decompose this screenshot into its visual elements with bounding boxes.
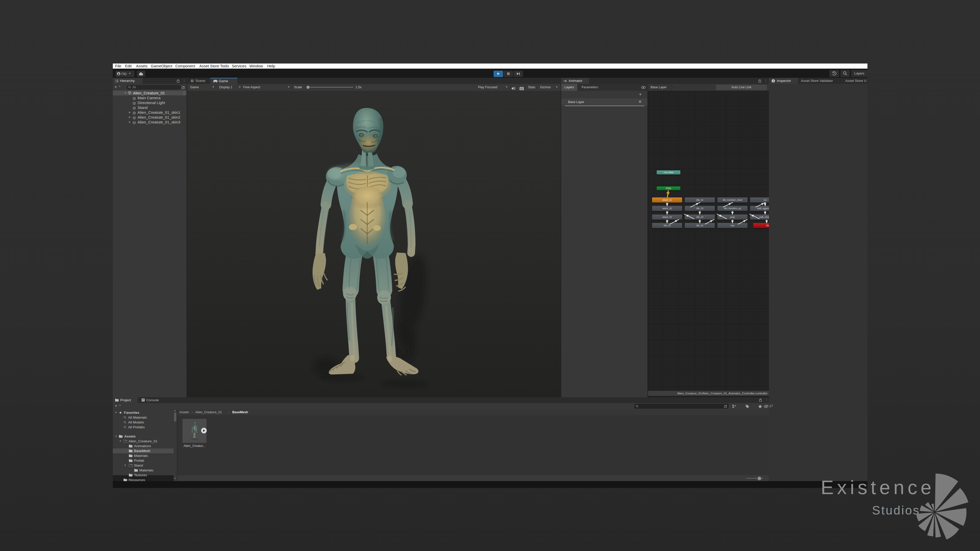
svg-text:Existence: Existence	[821, 476, 935, 498]
svg-text:Studios: Studios	[872, 503, 920, 517]
